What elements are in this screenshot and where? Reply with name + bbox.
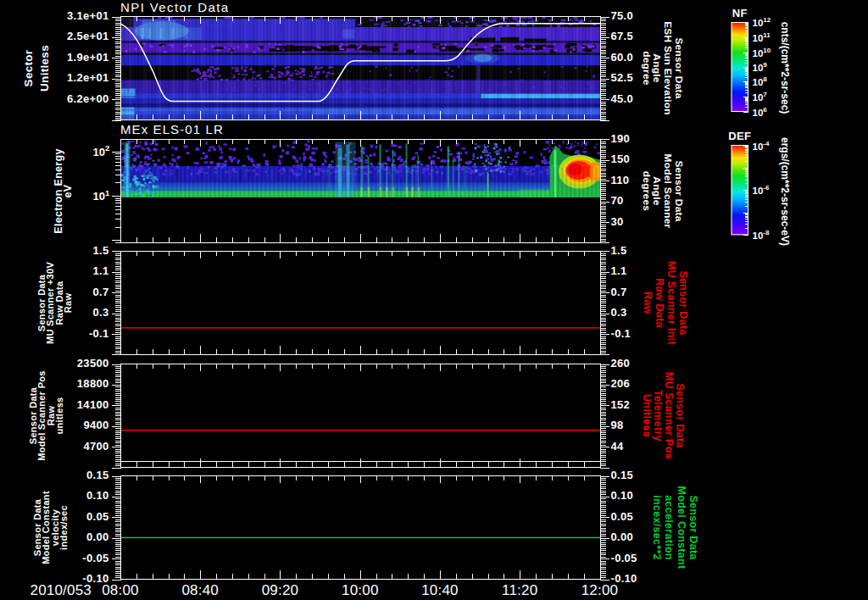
svg-text:0.10: 0.10 [86,489,109,502]
svg-text:Sensor Data: Sensor Data [674,383,686,448]
svg-text:18800: 18800 [77,377,109,390]
svg-text:Unitless: Unitless [38,45,51,92]
svg-text:30: 30 [611,215,624,228]
svg-text:0.05: 0.05 [611,510,634,523]
svg-text:0.10: 0.10 [611,489,634,502]
svg-text:Raw Data: Raw Data [654,278,665,328]
svg-text:Sensor Data: Sensor Data [687,495,699,560]
svg-text:0.05: 0.05 [86,510,109,523]
svg-text:Raw: Raw [63,293,73,314]
svg-text:11:20: 11:20 [502,582,537,598]
svg-text:9400: 9400 [83,419,108,431]
svg-text:Sensor Data: Sensor Data [677,270,689,336]
svg-text:degrees: degrees [641,171,653,211]
svg-text:Raw: Raw [642,292,654,314]
svg-text:Sector: Sector [22,49,35,86]
svg-text:150: 150 [611,153,631,165]
svg-text:10:00: 10:00 [342,582,379,598]
svg-text:52.5: 52.5 [611,71,634,84]
svg-text:MU Scanner Init: MU Scanner Init [665,261,677,345]
svg-text:60.0: 60.0 [611,51,634,64]
svg-text:98: 98 [611,419,624,431]
svg-text:3.1e+01: 3.1e+01 [67,9,108,22]
svg-text:acceleration: acceleration [663,495,675,560]
svg-text:110: 110 [611,174,630,186]
svg-text:-0.05: -0.05 [82,552,108,564]
svg-text:Unitless: Unitless [641,394,653,437]
svg-text:1.2e+01: 1.2e+01 [67,71,108,84]
svg-text:Model Constant: Model Constant [676,486,687,569]
svg-text:eV: eV [62,184,74,197]
svg-text:ergs/(cm**2-sr-sec-eV): ergs/(cm**2-sr-sec-eV) [779,137,791,246]
svg-text:MU Scanner Pos: MU Scanner Pos [663,372,675,459]
svg-text:0.3: 0.3 [611,306,627,319]
svg-text:09:20: 09:20 [262,582,299,598]
svg-text:70: 70 [611,194,624,207]
svg-text:190: 190 [611,132,631,145]
svg-text:MEx ELS-01 LR: MEx ELS-01 LR [120,122,224,136]
svg-text:1.5: 1.5 [93,244,109,257]
svg-text:23500: 23500 [77,357,109,369]
svg-text:index/sec: index/sec [58,505,69,550]
svg-text:75.0: 75.0 [611,9,634,22]
svg-text:0.7: 0.7 [611,286,627,298]
svg-text:67.5: 67.5 [611,30,634,42]
svg-text:14100: 14100 [77,398,109,411]
svg-text:08:00: 08:00 [102,582,139,598]
svg-text:0.15: 0.15 [611,469,634,481]
svg-text:45.0: 45.0 [611,92,634,105]
svg-text:NF: NF [732,7,748,19]
svg-text:0.00: 0.00 [86,531,109,543]
svg-text:2.5e+01: 2.5e+01 [67,30,108,42]
svg-text:0.15: 0.15 [86,469,109,481]
svg-text:12:00: 12:00 [581,582,619,598]
svg-text:1.1: 1.1 [611,264,627,277]
svg-text:-0.1: -0.1 [611,327,632,340]
svg-text:1.9e+01: 1.9e+01 [67,51,108,64]
svg-text:1.5: 1.5 [611,244,627,257]
svg-text:1.1: 1.1 [93,264,109,277]
svg-text:Telemetry: Telemetry [652,390,664,442]
svg-text:incex/sec**2: incex/sec**2 [651,495,663,560]
svg-text:NPI Vector Data: NPI Vector Data [120,0,230,14]
svg-text:10:40: 10:40 [421,582,459,598]
svg-text:0.7: 0.7 [93,286,109,298]
svg-text:4700: 4700 [83,440,108,453]
svg-text:cnts/(cm**2-sr-sec): cnts/(cm**2-sr-sec) [779,22,791,114]
svg-text:0.00: 0.00 [611,531,634,543]
svg-text:260: 260 [611,357,631,369]
svg-text:unitless: unitless [54,397,64,435]
svg-text:-0.1: -0.1 [89,327,109,340]
svg-text:2010/053: 2010/053 [30,582,92,598]
svg-text:08:40: 08:40 [181,582,219,598]
svg-text:degree: degree [641,51,653,86]
svg-text:DEF: DEF [728,130,751,142]
svg-text:44: 44 [611,440,625,453]
svg-text:0.3: 0.3 [93,306,109,319]
svg-text:6.2e+00: 6.2e+00 [67,92,108,105]
svg-text:152: 152 [611,398,631,411]
svg-text:206: 206 [611,377,631,390]
svg-text:-0.05: -0.05 [611,552,637,564]
